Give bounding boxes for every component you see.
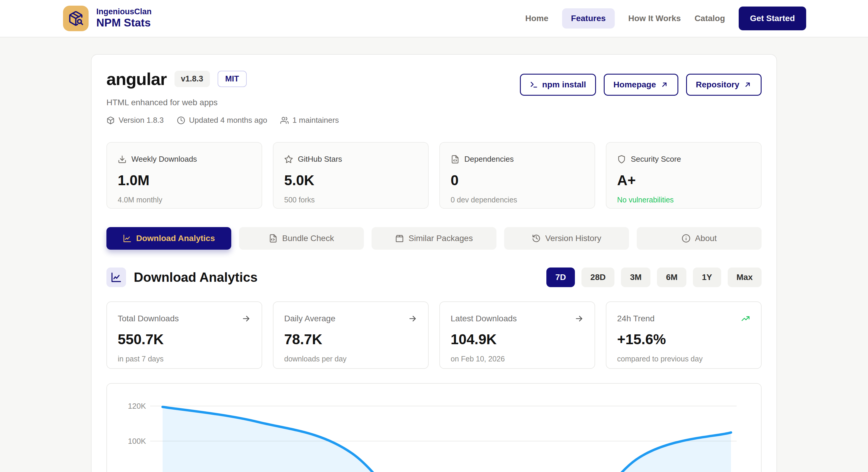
card-value: 104.9K [451, 331, 584, 347]
package-detail-card: angular v1.8.3 MIT HTML enhanced for web… [91, 54, 777, 472]
brand-top: IngeniousClan [96, 7, 152, 17]
terminal-icon [530, 81, 538, 89]
history-icon [532, 234, 541, 243]
tab-bundle-check[interactable]: Bundle Check [239, 227, 364, 250]
range-6m[interactable]: 6M [657, 268, 686, 287]
package-actions: npm install Homepage Repository [520, 74, 762, 96]
users-icon [280, 116, 289, 125]
external-link-icon [743, 81, 752, 89]
meta-maintainers: 1 maintainers [280, 116, 339, 125]
package-name: angular [106, 69, 167, 89]
clock-icon [177, 116, 185, 125]
get-started-button[interactable]: Get Started [739, 6, 806, 30]
analytics-cards: Total Downloads 550.7K in past 7 days Da… [106, 302, 762, 369]
weekly-downloads-card: Weekly Downloads 1.0M 4.0M monthly [106, 142, 262, 209]
card-value: 550.7K [118, 331, 251, 347]
analytics-section-header: Download Analytics 7D 28D 3M 6M 1Y Max [106, 268, 762, 287]
nav-features[interactable]: Features [562, 8, 615, 29]
dependencies-card: Dependencies 0 0 dev dependencies [439, 142, 595, 209]
card-sub: in past 7 days [118, 355, 251, 363]
tab-version-history[interactable]: Version History [504, 227, 629, 250]
downloads-chart-panel: 120K100K80K60K40K [106, 383, 762, 472]
meta-version: Version 1.8.3 [106, 116, 164, 125]
top-navbar: IngeniousClan NPM Stats Home Features Ho… [0, 0, 868, 37]
trend-card[interactable]: 24h Trend +15.6% compared to previous da… [606, 302, 762, 369]
npm-install-button[interactable]: npm install [520, 74, 596, 96]
range-28d[interactable]: 28D [582, 268, 614, 287]
package-header: angular v1.8.3 MIT HTML enhanced for web… [106, 69, 339, 125]
shield-icon [617, 155, 626, 164]
stat-sub: 0 dev dependencies [451, 196, 584, 204]
stat-sub: No vulnerabilities [617, 196, 750, 204]
stats-row: Weekly Downloads 1.0M 4.0M monthly GitHu… [106, 142, 762, 209]
star-icon [284, 155, 293, 164]
stat-value: 5.0K [284, 172, 417, 188]
tab-download-analytics[interactable]: Download Analytics [106, 227, 231, 250]
security-score-card: Security Score A+ No vulnerabilities [606, 142, 762, 209]
card-sub: on Feb 10, 2026 [451, 355, 584, 363]
time-range-selector: 7D 28D 3M 6M 1Y Max [546, 268, 762, 287]
chart-line-icon [111, 272, 122, 283]
downloads-area-chart: 120K100K80K60K40K [107, 384, 762, 472]
homepage-button[interactable]: Homepage [604, 74, 678, 96]
stat-sub: 500 forks [284, 196, 417, 204]
package-search-icon [68, 10, 84, 27]
section-icon-tile [106, 268, 126, 287]
total-downloads-card[interactable]: Total Downloads 550.7K in past 7 days [106, 302, 262, 369]
range-max[interactable]: Max [728, 268, 762, 287]
repository-button[interactable]: Repository [686, 74, 762, 96]
meta-updated: Updated 4 months ago [177, 116, 267, 125]
external-link-icon [660, 81, 669, 89]
arrow-right-icon [408, 314, 417, 323]
chart-line-icon [123, 234, 132, 243]
file-code-icon [451, 155, 460, 164]
arrow-right-icon [574, 314, 584, 323]
chart-area-fill [163, 407, 731, 472]
nav-how-it-works[interactable]: How It Works [628, 14, 681, 23]
nav-catalog[interactable]: Catalog [694, 14, 725, 23]
tab-similar-packages[interactable]: Similar Packages [372, 227, 496, 250]
y-axis-tick: 100K [128, 437, 146, 445]
download-icon [118, 155, 127, 164]
license-badge: MIT [218, 71, 247, 87]
brand-bottom: NPM Stats [96, 17, 152, 29]
package-description: HTML enhanced for web apps [106, 98, 339, 107]
package-box-icon [395, 234, 404, 243]
card-value: +15.6% [617, 331, 750, 347]
trending-up-icon [741, 314, 750, 323]
stat-sub: 4.0M monthly [118, 196, 251, 204]
brand[interactable]: IngeniousClan NPM Stats [63, 6, 152, 31]
card-value: 78.7K [284, 331, 417, 347]
card-sub: compared to previous day [617, 355, 750, 363]
range-7d[interactable]: 7D [546, 268, 575, 287]
feature-tabs: Download Analytics Bundle Check Similar … [106, 227, 762, 250]
package-icon [106, 116, 115, 125]
y-axis-tick: 120K [128, 402, 146, 410]
nav-links: Home Features How It Works Catalog Get S… [525, 6, 806, 30]
stat-value: 1.0M [118, 172, 251, 188]
logo [63, 6, 89, 31]
arrow-right-icon [241, 314, 251, 323]
version-badge: v1.8.3 [175, 71, 210, 87]
daily-average-card[interactable]: Daily Average 78.7K downloads per day [273, 302, 429, 369]
latest-downloads-card[interactable]: Latest Downloads 104.9K on Feb 10, 2026 [439, 302, 595, 369]
section-title: Download Analytics [134, 270, 257, 285]
stat-value: 0 [451, 172, 584, 188]
file-code-icon [269, 234, 278, 243]
stat-value: A+ [617, 172, 750, 188]
card-sub: downloads per day [284, 355, 417, 363]
info-icon [682, 234, 690, 243]
tab-about[interactable]: About [637, 227, 762, 250]
range-1y[interactable]: 1Y [693, 268, 721, 287]
github-stars-card: GitHub Stars 5.0K 500 forks [273, 142, 429, 209]
range-3m[interactable]: 3M [621, 268, 650, 287]
nav-home[interactable]: Home [525, 14, 549, 23]
package-meta: Version 1.8.3 Updated 4 months ago 1 mai… [106, 116, 339, 125]
